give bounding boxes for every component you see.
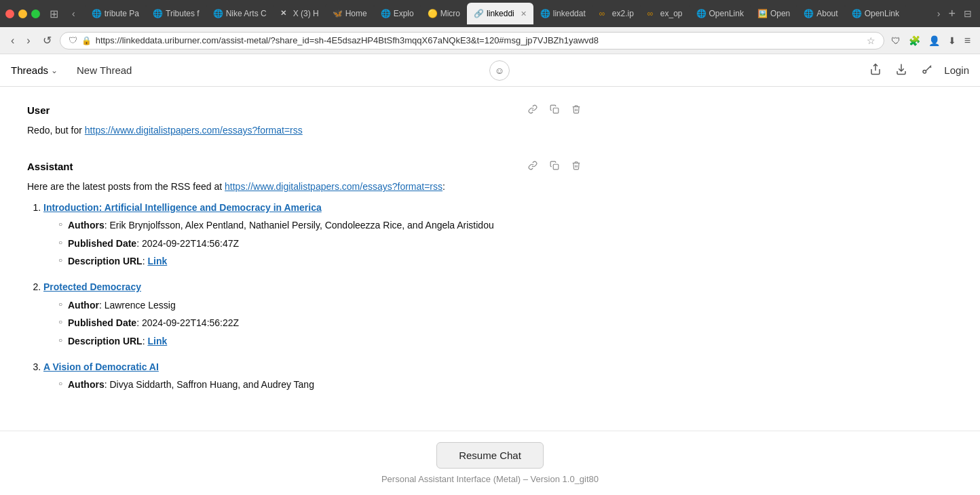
published-label: Published Date [68, 317, 136, 328]
assistant-rss-link[interactable]: https://www.digitalistpapers.com/essays?… [225, 181, 442, 192]
posts-list: Introduction: Artificial Intelligence an… [27, 200, 584, 393]
authors-label: Authors [68, 220, 105, 231]
assistant-link-btn[interactable] [525, 159, 540, 174]
tab-title: OpenLink [709, 9, 744, 18]
tab-favicon: 🌐 [92, 9, 101, 18]
assistant-message-block: Assistant Here are the latest posts from… [27, 159, 584, 392]
tab-x[interactable]: ✕ X (3) H [274, 3, 326, 24]
tab-linkeddat[interactable]: 🌐 linkeddat [533, 3, 592, 24]
user-message-body: Redo, but for https://www.digitalistpape… [27, 123, 584, 138]
user-message-header: User [27, 103, 584, 117]
tab-favicon: 🌐 [852, 9, 861, 18]
tab-ex2[interactable]: ∞ ex2.ip [592, 3, 641, 24]
tab-strip-btn[interactable]: ⊟ [961, 5, 975, 22]
svg-rect-1 [553, 108, 559, 113]
tab-favicon: 🌐 [804, 9, 813, 18]
post-1-title-link[interactable]: Introduction: Artificial Intelligence an… [43, 202, 322, 213]
tab-favicon: 🖼️ [757, 9, 767, 18]
tab-micro[interactable]: 🟡 Micro [421, 3, 467, 24]
share-btn[interactable] [867, 60, 884, 81]
desc-url-label: Description URL [68, 256, 143, 266]
shield-ext-btn[interactable]: 🛡 [888, 33, 903, 49]
back-btn[interactable]: ‹ [68, 5, 79, 22]
login-btn[interactable]: Login [944, 64, 969, 76]
user-link-btn[interactable] [525, 103, 540, 117]
sidebar-toggle-btn[interactable]: ⊞ [45, 6, 62, 22]
list-item: Authors: Divya Siddarth, Saffron Huang, … [60, 377, 584, 392]
tab-about[interactable]: 🌐 About [797, 3, 844, 24]
tab-favicon: 🦋 [333, 9, 342, 18]
threads-label: Threads [11, 64, 48, 76]
authors-label: Authors [68, 379, 105, 390]
user-message-link[interactable]: https://www.digitalistpapers.com/essays?… [85, 125, 303, 136]
tab-title: Tributes f [166, 9, 200, 18]
tab-favicon: 🔗 [474, 9, 483, 18]
post-3-title-link[interactable]: A Vision of Democratic AI [43, 361, 159, 372]
user-copy-btn[interactable] [547, 103, 562, 117]
tab-explore[interactable]: 🌐 Explo [374, 3, 421, 24]
chevron-down-icon: ⌄ [51, 66, 58, 75]
svg-rect-2 [553, 165, 559, 170]
main-menu-btn[interactable]: ≡ [962, 32, 973, 50]
assistant-copy-btn[interactable] [547, 159, 562, 174]
post-3-details: Authors: Divya Siddarth, Saffron Huang, … [43, 377, 584, 392]
security-shield-icon: 🛡 [69, 35, 77, 45]
new-thread-btn[interactable]: New Thread [77, 64, 132, 76]
forward-nav-btn[interactable]: › [22, 32, 34, 50]
download-page-btn[interactable] [892, 60, 910, 81]
threads-nav[interactable]: Threads ⌄ [11, 64, 58, 76]
close-window-btn[interactable] [5, 9, 14, 18]
tab-openlink1[interactable]: 🌐 OpenLink [690, 3, 751, 24]
tab-title: linkeddi [487, 9, 514, 18]
download-btn[interactable]: ⬇ [945, 33, 959, 49]
post-2-date: 2024-09-22T14:56:22Z [142, 317, 239, 328]
minimize-window-btn[interactable] [18, 9, 27, 18]
tab-favicon: 🌐 [540, 9, 550, 18]
author-label: Author [68, 300, 99, 311]
list-item: Authors: Erik Brynjolfsson, Alex Pentlan… [60, 218, 584, 233]
published-label: Published Date [68, 238, 136, 249]
list-item: Description URL: Link [60, 334, 584, 349]
list-item: Protected Democracy Author: Lawrence Les… [43, 279, 584, 349]
post-2-desc-link[interactable]: Link [147, 336, 167, 346]
tab-nike-arts[interactable]: 🌐 Nike Arts C [206, 3, 274, 24]
new-tab-btn[interactable]: + [945, 5, 958, 22]
list-item: Introduction: Artificial Intelligence an… [43, 200, 584, 269]
tab-title: Home [345, 9, 367, 18]
user-role-label: User [27, 104, 50, 116]
assistant-delete-btn[interactable] [569, 159, 584, 174]
reload-nav-btn[interactable]: ↺ [39, 31, 56, 50]
browser-toolbar: ‹ › ↺ 🛡 🔒 https://linkeddata.uriburner.c… [0, 27, 980, 54]
tab-open-img[interactable]: 🖼️ Open [751, 3, 797, 24]
tab-openlink2[interactable]: 🌐 OpenLink [845, 3, 906, 24]
url-bar[interactable]: 🛡 🔒 https://linkeddata.uriburner.com/ass… [60, 32, 884, 50]
maximize-window-btn[interactable] [31, 9, 40, 18]
user-delete-btn[interactable] [569, 103, 584, 117]
toolbar-right-actions: 🛡 🧩 👤 ⬇ ≡ [888, 32, 973, 50]
tab-favicon: 🌐 [153, 9, 162, 18]
bottom-area: Resume Chat Personal Assistant Interface… [0, 431, 980, 441]
list-item: Published Date: 2024-09-22T14:56:47Z [60, 236, 584, 251]
post-2-details: Author: Lawrence Lessig Published Date: … [43, 298, 584, 349]
smiley-btn[interactable]: ☺ [489, 60, 510, 81]
assistant-message-actions [525, 159, 584, 174]
extension-btn[interactable]: 🧩 [906, 33, 923, 49]
tab-home[interactable]: 🦋 Home [326, 3, 374, 24]
more-tabs-btn[interactable]: › [935, 5, 943, 22]
back-nav-btn[interactable]: ‹ [7, 32, 18, 50]
main-content: User Redo, but for https://www.digitalis… [0, 87, 611, 441]
post-2-title-link[interactable]: Protected Democracy [43, 281, 141, 292]
tab-linkeddi-active[interactable]: 🔗 linkeddi ✕ [467, 3, 533, 24]
tab-extra-actions: › + ⊟ [935, 5, 975, 22]
key-btn[interactable] [918, 60, 936, 81]
tab-ex-op[interactable]: ∞ ex_op [641, 3, 690, 24]
tab-tribute-pa[interactable]: 🌐 tribute Pa [85, 3, 146, 24]
post-1-desc-link[interactable]: Link [147, 256, 167, 266]
post-2-author: Lawrence Lessig [105, 300, 176, 311]
star-icon[interactable]: ☆ [867, 35, 875, 46]
tab-tributes[interactable]: 🌐 Tributes f [146, 3, 206, 24]
tab-favicon: 🟡 [428, 9, 437, 18]
tab-close-icon[interactable]: ✕ [521, 9, 527, 18]
profile-btn[interactable]: 👤 [926, 33, 943, 49]
list-item: Author: Lawrence Lessig [60, 298, 584, 313]
